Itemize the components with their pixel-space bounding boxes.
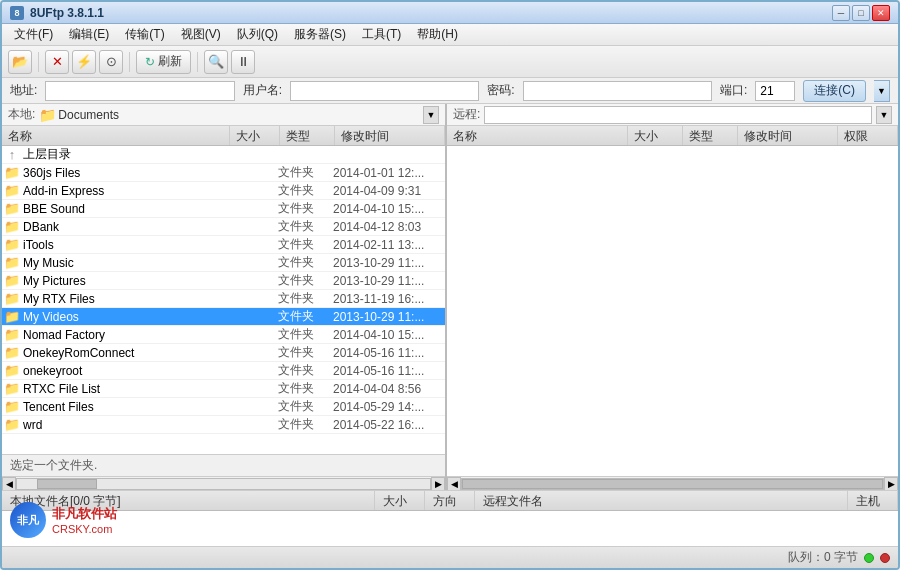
file-date: 2014-01-01 12:... <box>333 166 443 180</box>
file-row[interactable]: 📁360js Files文件夹2014-01-01 12:... <box>2 164 445 182</box>
file-row[interactable]: 📁wrd文件夹2014-05-22 16:... <box>2 416 445 434</box>
port-input[interactable] <box>755 81 795 101</box>
col-type[interactable]: 类型 <box>280 126 335 145</box>
local-file-list[interactable]: ↑上层目录📁360js Files文件夹2014-01-01 12:...📁Ad… <box>2 146 445 454</box>
col-size[interactable]: 大小 <box>230 126 280 145</box>
menu-edit[interactable]: 编辑(E) <box>61 24 117 45</box>
circle-button[interactable]: ⊙ <box>99 50 123 74</box>
folder-icon: 📁 <box>4 273 20 289</box>
trans-col-dir[interactable]: 方向 <box>425 491 475 510</box>
folder-icon: 📁 <box>4 201 20 217</box>
remote-scroll-left-btn[interactable]: ◀ <box>447 477 461 491</box>
remote-col-date[interactable]: 修改时间 <box>738 126 838 145</box>
file-name: 上层目录 <box>23 146 228 163</box>
username-input[interactable] <box>290 81 479 101</box>
file-row[interactable]: 📁Nomad Factory文件夹2014-04-10 15:... <box>2 326 445 344</box>
menu-queue[interactable]: 队列(Q) <box>229 24 286 45</box>
trans-col-remote[interactable]: 远程文件名 <box>475 491 848 510</box>
trans-col-size[interactable]: 大小 <box>375 491 425 510</box>
cut-button[interactable]: ✕ <box>45 50 69 74</box>
folder-icon: 📁 <box>4 345 20 361</box>
file-row[interactable]: 📁DBank文件夹2014-04-12 8:03 <box>2 218 445 236</box>
refresh-icon: ↻ <box>145 55 155 69</box>
file-row[interactable]: 📁My Pictures文件夹2013-10-29 11:... <box>2 272 445 290</box>
password-input[interactable] <box>523 81 712 101</box>
file-row[interactable]: 📁RTXC File List文件夹2014-04-04 8:56 <box>2 380 445 398</box>
toolbar-separator-2 <box>129 52 130 72</box>
file-name: Nomad Factory <box>23 328 228 342</box>
open-button[interactable]: 📂 <box>8 50 32 74</box>
remote-file-list[interactable] <box>447 146 898 476</box>
remote-panel: 远程: ▼ 名称 大小 类型 修改时间 权限 ◀ ▶ <box>447 104 898 490</box>
pause-button[interactable]: ⏸ <box>231 50 255 74</box>
scroll-track[interactable] <box>16 478 431 490</box>
refresh-button[interactable]: ↻ 刷新 <box>136 50 191 74</box>
file-row[interactable]: 📁iTools文件夹2014-02-11 13:... <box>2 236 445 254</box>
menu-transfer[interactable]: 传输(T) <box>117 24 172 45</box>
lightning-button[interactable]: ⚡ <box>72 50 96 74</box>
local-path-dropdown[interactable]: ▼ <box>423 106 439 124</box>
scroll-right-btn[interactable]: ▶ <box>431 477 445 491</box>
scroll-left-btn[interactable]: ◀ <box>2 477 16 491</box>
transfer-body <box>2 511 898 546</box>
refresh-label: 刷新 <box>158 53 182 70</box>
remote-path-dropdown[interactable]: ▼ <box>876 106 892 124</box>
file-row[interactable]: 📁BBE Sound文件夹2014-04-10 15:... <box>2 200 445 218</box>
file-type: 文件夹 <box>278 290 333 307</box>
trans-col-host[interactable]: 主机 <box>848 491 898 510</box>
file-row[interactable]: 📁My RTX Files文件夹2013-11-19 16:... <box>2 290 445 308</box>
file-date: 2013-10-29 11:... <box>333 310 443 324</box>
local-scrollbar-h[interactable]: ◀ ▶ <box>2 476 445 490</box>
remote-scrollbar-h[interactable]: ◀ ▶ <box>447 476 898 490</box>
file-date: 2013-10-29 11:... <box>333 256 443 270</box>
remote-scroll-right-btn[interactable]: ▶ <box>884 477 898 491</box>
local-path-bar: 本地: 📁 Documents ▼ <box>2 104 445 126</box>
remote-col-type[interactable]: 类型 <box>683 126 738 145</box>
file-date: 2014-04-12 8:03 <box>333 220 443 234</box>
app-window: 8 8UFtp 3.8.1.1 ─ □ ✕ 文件(F) 编辑(E) 传输(T) … <box>0 0 900 570</box>
file-name: Add-in Express <box>23 184 228 198</box>
file-row[interactable]: ↑上层目录 <box>2 146 445 164</box>
file-type: 文件夹 <box>278 164 333 181</box>
maximize-button[interactable]: □ <box>852 5 870 21</box>
close-button[interactable]: ✕ <box>872 5 890 21</box>
col-name[interactable]: 名称 <box>2 126 230 145</box>
file-row[interactable]: 📁onekeyroot文件夹2014-05-16 11:... <box>2 362 445 380</box>
file-date: 2014-05-29 14:... <box>333 400 443 414</box>
file-row[interactable]: 📁Add-in Express文件夹2014-04-09 9:31 <box>2 182 445 200</box>
menu-tools[interactable]: 工具(T) <box>354 24 409 45</box>
folder-icon: 📁 <box>4 363 20 379</box>
find-button[interactable]: 🔍 <box>204 50 228 74</box>
connect-button[interactable]: 连接(C) <box>803 80 866 102</box>
remote-scroll-track[interactable] <box>461 478 884 490</box>
menu-file[interactable]: 文件(F) <box>6 24 61 45</box>
remote-col-perm[interactable]: 权限 <box>838 126 898 145</box>
col-date[interactable]: 修改时间 <box>335 126 445 145</box>
file-row[interactable]: 📁Tencent Files文件夹2014-05-29 14:... <box>2 398 445 416</box>
file-type: 文件夹 <box>278 254 333 271</box>
folder-icon: 📁 <box>4 399 20 415</box>
remote-path-input[interactable] <box>484 106 872 124</box>
file-row[interactable]: 📁My Music文件夹2013-10-29 11:... <box>2 254 445 272</box>
remote-col-size[interactable]: 大小 <box>628 126 683 145</box>
addr-input[interactable] <box>45 81 234 101</box>
remote-column-header: 名称 大小 类型 修改时间 权限 <box>447 126 898 146</box>
file-row[interactable]: 📁My Videos文件夹2013-10-29 11:... <box>2 308 445 326</box>
menu-server[interactable]: 服务器(S) <box>286 24 354 45</box>
scroll-thumb[interactable] <box>37 479 97 489</box>
password-label: 密码: <box>487 82 514 99</box>
connect-dropdown[interactable]: ▼ <box>874 80 890 102</box>
menu-bar: 文件(F) 编辑(E) 传输(T) 视图(V) 队列(Q) 服务器(S) 工具(… <box>2 24 898 46</box>
file-row[interactable]: 📁OnekeyRomConnect文件夹2014-05-16 11:... <box>2 344 445 362</box>
local-status-text: 选定一个文件夹. <box>10 457 97 474</box>
folder-icon: 📁 <box>4 183 20 199</box>
menu-view[interactable]: 视图(V) <box>173 24 229 45</box>
remote-col-name[interactable]: 名称 <box>447 126 628 145</box>
trans-col-local[interactable]: 本地文件名[0/0 字节] <box>2 491 375 510</box>
menu-help[interactable]: 帮助(H) <box>409 24 466 45</box>
file-name: My Music <box>23 256 228 270</box>
minimize-button[interactable]: ─ <box>832 5 850 21</box>
addr-bar: 地址: 用户名: 密码: 端口: 连接(C) ▼ <box>2 78 898 104</box>
queue-red-indicator <box>880 553 890 563</box>
remote-scroll-thumb[interactable] <box>462 479 883 489</box>
